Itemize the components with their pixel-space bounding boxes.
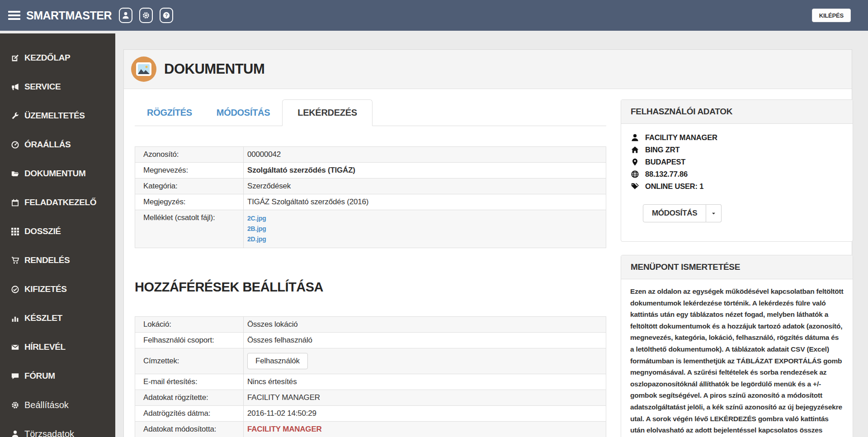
modify-split-button: MÓDOSÍTÁS bbox=[643, 204, 722, 222]
row-label: E-mail értesítés: bbox=[135, 374, 244, 390]
wrench-icon bbox=[11, 112, 19, 120]
row-label: Lokáció: bbox=[135, 317, 244, 333]
table-row: Címzettek: Felhasználók bbox=[135, 348, 606, 374]
row-label: Megjegyzés: bbox=[135, 194, 244, 210]
gear-icon bbox=[11, 401, 19, 409]
sidebar-item-label: SERVICE bbox=[24, 82, 61, 92]
settings-button[interactable] bbox=[139, 8, 153, 23]
modify-dropdown-toggle[interactable] bbox=[706, 204, 722, 222]
list-item: ONLINE USER: 1 bbox=[631, 180, 843, 193]
sidebar-item-dokumentum[interactable]: DOKUMENTUM bbox=[0, 159, 115, 188]
image-icon bbox=[131, 56, 156, 82]
panel-title: FELHASZNÁLÓI ADATOK bbox=[621, 100, 853, 124]
user-icon bbox=[631, 134, 639, 141]
sidebar-item-rendeles[interactable]: RENDELÉS bbox=[0, 246, 115, 275]
folder-open-icon bbox=[11, 170, 19, 178]
info-column: FELHASZNÁLÓI ADATOK FACILITY MANAGER BIN… bbox=[621, 99, 853, 437]
ip-address: 88.132.77.86 bbox=[645, 170, 688, 179]
sidebar-item-label: FÓRUM bbox=[24, 371, 55, 381]
tab-rogzites[interactable]: RÖGZÍTÉS bbox=[135, 99, 204, 126]
sidebar-item-service[interactable]: SERVICE bbox=[0, 72, 115, 101]
online-user-count: ONLINE USER: 1 bbox=[645, 182, 703, 191]
sidebar-item-forum[interactable]: FÓRUM bbox=[0, 362, 115, 390]
sidebar-item-oraallas[interactable]: ÓRAÁLLÁS bbox=[0, 130, 115, 159]
tab-modositas[interactable]: MÓDOSÍTÁS bbox=[204, 99, 282, 126]
menu-description-panel: MENÜPONT ISMERTETÉSE Ezen az oldalon az … bbox=[621, 255, 853, 437]
megaphone-icon bbox=[11, 83, 19, 91]
table-row: Melléklet (csatolt fájl): 2C.jpg 2B.jpg … bbox=[135, 210, 606, 248]
table-row: Megnevezés: Szolgáltató szerződés (TIGÁZ… bbox=[135, 163, 606, 179]
table-row: Lokáció: Összes lokáció bbox=[135, 317, 606, 333]
map-marker-icon bbox=[631, 158, 639, 166]
row-value: Összes lokáció bbox=[244, 317, 606, 333]
sidebar-item-uzemeltetes[interactable]: ÜZEMELTETÉS bbox=[0, 101, 115, 130]
table-row: Kategória: Szerződések bbox=[135, 179, 606, 194]
attachment-link[interactable]: 2B.jpg bbox=[247, 224, 601, 234]
globe-icon bbox=[631, 170, 639, 178]
users-button[interactable]: Felhasználók bbox=[247, 353, 308, 369]
panel-title: MENÜPONT ISMERTETÉSE bbox=[621, 255, 853, 279]
app-title: SMARTMASTER bbox=[26, 0, 112, 31]
list-item: BING ZRT bbox=[631, 144, 843, 156]
page-title: DOKUMENTUM bbox=[164, 61, 264, 77]
check-circle-icon bbox=[11, 286, 19, 293]
user-name: FACILITY MANAGER bbox=[645, 133, 717, 142]
sidebar-item-label: Beállítások bbox=[24, 400, 69, 410]
sidebar-item-label: DOSSZIÉ bbox=[24, 226, 61, 236]
sidebar-item-label: DOKUMENTUM bbox=[24, 169, 85, 179]
home-icon bbox=[631, 146, 639, 154]
modify-button[interactable]: MÓDOSÍTÁS bbox=[643, 204, 706, 222]
sidebar-item-label: HÍRLEVÉL bbox=[24, 342, 66, 352]
row-label: Megnevezés: bbox=[135, 163, 244, 179]
menu-icon[interactable] bbox=[8, 11, 20, 20]
document-table: Azonosító: 00000042 Megnevezés: Szolgált… bbox=[135, 146, 606, 248]
row-label: Adatokat rögzítette: bbox=[135, 390, 244, 406]
help-icon: ? bbox=[163, 12, 170, 19]
help-button[interactable]: ? bbox=[160, 8, 173, 23]
row-label: Azonosító: bbox=[135, 147, 244, 163]
logout-button[interactable]: KILÉPÉS bbox=[812, 9, 851, 22]
sidebar-item-feladatkezelo[interactable]: FELADATKEZELŐ bbox=[0, 188, 115, 217]
user-button[interactable] bbox=[119, 8, 132, 23]
user-icon bbox=[122, 12, 129, 19]
sidebar-item-beallitasok[interactable]: Beállítások bbox=[0, 390, 115, 419]
company-name: BING ZRT bbox=[645, 146, 679, 154]
row-label: Címzettek: bbox=[135, 348, 244, 374]
sidebar-item-label: KEZDŐLAP bbox=[24, 53, 70, 63]
row-value: TIGÁZ Szolgáltató szerződés (2016) bbox=[244, 194, 606, 210]
tab-bar: RÖGZÍTÉS MÓDOSÍTÁS LEKÉRDEZÉS bbox=[135, 99, 606, 126]
calendar-icon bbox=[11, 199, 19, 207]
sidebar-item-kezdolap[interactable]: KEZDŐLAP bbox=[0, 43, 115, 72]
sidebar-item-hirlevel[interactable]: HÍRLEVÉL bbox=[0, 333, 115, 362]
edit-square-icon bbox=[11, 54, 19, 62]
svg-text:?: ? bbox=[165, 13, 168, 18]
sidebar-item-dosszie[interactable]: DOSSZIÉ bbox=[0, 217, 115, 246]
attachment-link[interactable]: 2C.jpg bbox=[247, 213, 601, 224]
row-value: Szerződések bbox=[244, 179, 606, 194]
bar-chart-icon bbox=[11, 315, 19, 322]
main-panel: DOKUMENTUM RÖGZÍTÉS MÓDOSÍTÁS LEKÉRDEZÉS… bbox=[123, 49, 852, 437]
table-row: Azonosító: 00000042 bbox=[135, 147, 606, 163]
table-row: Megjegyzés: TIGÁZ Szolgáltató szerződés … bbox=[135, 194, 606, 210]
attachment-link[interactable]: 2D.jpg bbox=[247, 234, 601, 244]
row-value: FACILITY MANAGER bbox=[244, 422, 606, 437]
sidebar-item-label: ÜZEMELTETÉS bbox=[24, 111, 85, 121]
tab-lekerdezes[interactable]: LEKÉRDEZÉS bbox=[282, 99, 372, 126]
document-detail-column: RÖGZÍTÉS MÓDOSÍTÁS LEKÉRDEZÉS Azonosító:… bbox=[135, 99, 606, 437]
row-label: Felhasználói csoport: bbox=[135, 333, 244, 348]
sidebar-item-keszlet[interactable]: KÉSZLET bbox=[0, 304, 115, 333]
table-row: Adatrögzítés dátma: 2016-11-02 14:50:29 bbox=[135, 406, 606, 422]
list-item: BUDAPEST bbox=[631, 156, 843, 168]
list-item: 88.132.77.86 bbox=[631, 168, 843, 180]
sidebar: KEZDŐLAP SERVICE ÜZEMELTETÉS ÓRAÁLLÁS DO… bbox=[0, 33, 115, 437]
sidebar-item-label: RENDELÉS bbox=[24, 255, 70, 265]
gauge-icon bbox=[11, 141, 19, 149]
table-row: Adatokat módosította: FACILITY MANAGER bbox=[135, 422, 606, 437]
sidebar-item-label: ÓRAÁLLÁS bbox=[24, 140, 71, 150]
sidebar-item-torzsadatok[interactable]: Törzsadatok bbox=[0, 419, 115, 437]
sidebar-item-kifizetes[interactable]: KIFIZETÉS bbox=[0, 275, 115, 304]
row-label: Melléklet (csatolt fájl): bbox=[135, 210, 244, 248]
row-label: Adatrögzítés dátma: bbox=[135, 406, 244, 422]
menu-description-text: Ezen az oldalon az egységek működésével … bbox=[630, 286, 844, 437]
sidebar-item-label: KIFIZETÉS bbox=[24, 284, 67, 294]
